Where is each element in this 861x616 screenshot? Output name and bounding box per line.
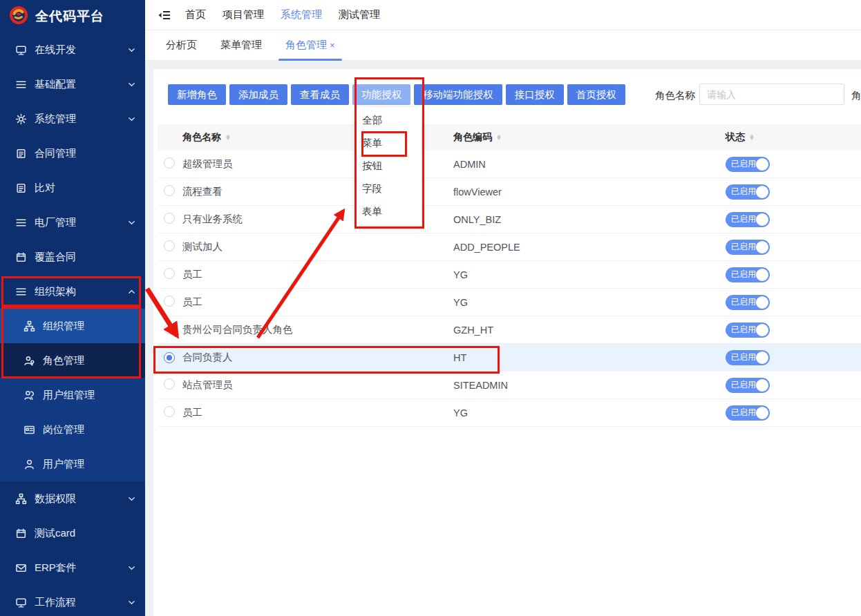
toggle-knob [756, 379, 768, 392]
role-code-cell: HT [452, 352, 723, 363]
sidebar-item-label: ERP套件 [35, 561, 77, 575]
home-auth-button[interactable]: 首页授权 [567, 84, 625, 105]
dropdown-item-form[interactable]: 表单 [357, 200, 422, 223]
row-radio[interactable] [164, 378, 175, 389]
sidebar-item-coverage-contract[interactable]: 覆盖合同 [0, 240, 145, 274]
table-row[interactable]: 合同负责人HT已启用 [158, 344, 861, 372]
status-cell: 已启用 [723, 157, 861, 172]
status-toggle-label: 已启用 [726, 213, 756, 225]
nav-item-home[interactable]: 首页 [185, 8, 206, 21]
table-row[interactable]: 超级管理员ADMIN已启用 [158, 151, 861, 178]
app-title: 全代码平台 [35, 8, 104, 26]
role-name-cell: 站点管理员 [181, 378, 452, 392]
status-toggle[interactable]: 已启用 [726, 157, 770, 172]
role-name-filter-input[interactable] [699, 84, 844, 105]
dropdown-item-button[interactable]: 按钮 [357, 155, 422, 177]
status-toggle[interactable]: 已启用 [726, 295, 770, 310]
roles-table: 角色名称▲▼ 角色编码▲▼ 状态▲▼ 超级管理员ADMIN已启用流程查看flow… [158, 124, 861, 427]
func-auth-button[interactable]: 功能授权 [352, 84, 410, 105]
tab-analysis-page[interactable]: 分析页 [166, 30, 197, 61]
sort-carets-icon: ▲▼ [749, 135, 755, 140]
status-cell: 已启用 [723, 350, 861, 365]
sidebar-item-power-plant-mgmt[interactable]: 电厂管理 [0, 205, 145, 240]
dropdown-item-menu[interactable]: 菜单 [357, 132, 422, 155]
status-toggle-label: 已启用 [726, 352, 756, 363]
sidebar-item-org-mgmt[interactable]: 组织管理 [0, 309, 145, 343]
sidebar-item-org-structure[interactable]: 组织架构 [0, 274, 145, 309]
table-row[interactable]: 流程查看flowViewer已启用 [158, 178, 861, 206]
row-radio[interactable] [164, 296, 175, 307]
tab-menu-mgmt[interactable]: 菜单管理 [220, 30, 262, 61]
mobile-func-auth-button[interactable]: 移动端功能授权 [414, 84, 502, 105]
toggle-knob [756, 352, 768, 364]
chevron-down-icon [128, 81, 135, 88]
sidebar-item-label: 组织架构 [35, 285, 76, 298]
sidebar-item-test-card[interactable]: 测试card [0, 516, 145, 550]
sidebar-item-erp-suite[interactable]: ERP套件 [0, 550, 145, 585]
role-name-filter-label: 角色名称 [655, 89, 695, 102]
status-toggle[interactable]: 已启用 [726, 350, 770, 365]
sidebar-item-label: 用户组管理 [43, 389, 95, 402]
sidebar-item-contract-mgmt[interactable]: 合同管理 [0, 136, 145, 171]
sidebar-item-label: 组织管理 [43, 320, 84, 333]
role-code-cell: ONLY_BIZ [452, 214, 723, 225]
sidebar-item-compare[interactable]: 比对 [0, 171, 145, 205]
table-row[interactable]: 只有业务系统ONLY_BIZ已启用 [158, 206, 861, 233]
status-toggle[interactable]: 已启用 [726, 240, 770, 255]
sidebar-item-post-mgmt[interactable]: 岗位管理 [0, 412, 145, 447]
user-icon [23, 459, 35, 470]
row-radio[interactable] [164, 352, 175, 363]
status-toggle[interactable]: 已启用 [726, 267, 770, 282]
add-member-button[interactable]: 添加成员 [229, 84, 287, 105]
menu-lines-icon [15, 286, 27, 298]
status-toggle[interactable]: 已启用 [726, 184, 770, 200]
nav-item-system-mgmt[interactable]: 系统管理 [281, 8, 322, 21]
dropdown-item-field[interactable]: 字段 [357, 177, 422, 200]
api-auth-button[interactable]: 接口授权 [506, 84, 564, 105]
sidebar-item-system-mgmt[interactable]: 系统管理 [0, 102, 145, 136]
row-radio[interactable] [164, 323, 175, 334]
nav-item-project-mgmt[interactable]: 项目管理 [223, 8, 264, 21]
row-radio[interactable] [164, 213, 175, 224]
sidebar-item-workflow[interactable]: 工作流程 [0, 585, 145, 616]
org-chart-icon [23, 320, 35, 332]
row-radio[interactable] [164, 240, 175, 251]
user-group-icon [23, 389, 35, 401]
table-row[interactable]: 站点管理员SITEADMIN已启用 [158, 372, 861, 399]
table-row[interactable]: 贵州公司合同负责人角色GZH_HT已启用 [158, 316, 861, 344]
table-row[interactable]: 员工YG已启用 [158, 399, 861, 427]
table-header-row: 角色名称▲▼ 角色编码▲▼ 状态▲▼ [158, 124, 861, 151]
top-navbar: 首页项目管理系统管理测试管理 [145, 0, 861, 30]
table-row[interactable]: 员工YG已启用 [158, 289, 861, 316]
sidebar-item-data-permission[interactable]: 数据权限 [0, 481, 145, 516]
row-radio[interactable] [164, 157, 175, 169]
status-toggle[interactable]: 已启用 [726, 212, 770, 227]
status-toggle[interactable]: 已启用 [726, 378, 770, 393]
nav-item-test-mgmt[interactable]: 测试管理 [339, 8, 380, 21]
table-row[interactable]: 员工YG已启用 [158, 261, 861, 289]
add-role-button[interactable]: 新增角色 [168, 84, 226, 105]
row-radio[interactable] [164, 268, 175, 279]
id-card-icon [23, 424, 35, 436]
sidebar-item-basic-config[interactable]: 基础配置 [0, 67, 145, 102]
dropdown-item-all[interactable]: 全部 [357, 109, 422, 132]
role-name-cell: 贵州公司合同负责人角色 [181, 323, 452, 336]
tab-role-mgmt[interactable]: 角色管理× [285, 30, 335, 61]
table-row[interactable]: 测试加人ADD_PEOPLE已启用 [158, 233, 861, 261]
toggle-knob [756, 241, 768, 253]
page-tabs: 分析页菜单管理角色管理× [145, 30, 861, 61]
collapse-sidebar-icon[interactable] [158, 8, 171, 22]
org-chart-icon [15, 493, 27, 505]
close-tab-icon[interactable]: × [330, 40, 335, 50]
header-status[interactable]: 状态▲▼ [723, 131, 861, 144]
status-toggle[interactable]: 已启用 [726, 323, 770, 338]
sidebar-item-user-mgmt[interactable]: 用户管理 [0, 447, 145, 481]
row-radio[interactable] [164, 406, 175, 417]
view-member-button[interactable]: 查看成员 [291, 84, 349, 105]
row-radio[interactable] [164, 185, 175, 196]
sidebar-item-user-group-mgmt[interactable]: 用户组管理 [0, 378, 145, 412]
status-toggle[interactable]: 已启用 [726, 405, 770, 421]
header-role-code[interactable]: 角色编码▲▼ [452, 131, 723, 144]
sidebar-item-online-dev[interactable]: 在线开发 [0, 32, 145, 67]
sidebar-item-role-mgmt[interactable]: 角色管理 [0, 343, 145, 378]
